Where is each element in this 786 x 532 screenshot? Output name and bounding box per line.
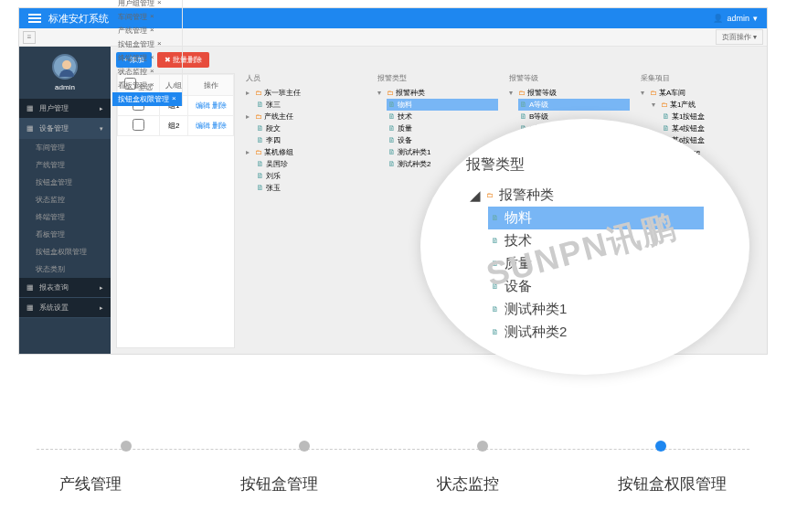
user-menu[interactable]: 👤 admin ▾ xyxy=(713,14,758,23)
tab-9[interactable]: 按钮盒权限管理× xyxy=(112,92,183,106)
tree-leaf[interactable]: 🗎李四 xyxy=(255,134,366,146)
expand-icon[interactable]: ▸ xyxy=(246,89,253,97)
expand-icon[interactable]: ▾ xyxy=(641,89,648,97)
tree-leaf[interactable]: 🗎技术 xyxy=(387,111,498,122)
tree-root[interactable]: ▾🗀报警等级 xyxy=(507,87,630,99)
nav-dot-2[interactable] xyxy=(477,441,488,452)
close-icon[interactable]: × xyxy=(150,67,154,77)
file-icon: 🗎 xyxy=(257,101,264,109)
tree-root[interactable]: ▾🗀某A车间 xyxy=(639,87,761,99)
file-icon: 🗎 xyxy=(520,112,527,121)
zoom-title: 报警类型 xyxy=(466,155,704,175)
file-icon: 🗎 xyxy=(388,148,396,156)
tree-node[interactable]: ▸🗀某机修组 xyxy=(244,146,366,158)
file-icon: 🗎 xyxy=(257,184,264,192)
folder-icon: 🗀 xyxy=(255,112,262,121)
nav-label-1[interactable]: 按钮盒管理 xyxy=(240,473,318,495)
tab-2[interactable]: 用户组管理× xyxy=(112,0,183,10)
file-icon: 🗎 xyxy=(388,112,396,121)
menu-icon: ▦ xyxy=(27,303,35,312)
file-icon: 🗎 xyxy=(257,172,264,180)
nav-dot-3[interactable] xyxy=(655,441,666,452)
nav-dot-1[interactable] xyxy=(299,441,310,452)
chevron-icon: ▾ xyxy=(100,125,103,133)
file-icon: 🗎 xyxy=(257,136,264,144)
row-checkbox[interactable] xyxy=(133,119,144,131)
zoom-item[interactable]: 🗎质量 xyxy=(488,252,704,275)
tree-title: 人员 xyxy=(244,73,366,83)
tree-leaf[interactable]: 🗎某1按钮盒 xyxy=(661,111,761,122)
zoom-item[interactable]: 🗎设备 xyxy=(488,275,704,298)
tab-3[interactable]: 车间管理× xyxy=(112,10,183,24)
sidebar-item-7[interactable]: 状态类别 xyxy=(19,261,111,278)
expand-icon[interactable]: ▸ xyxy=(246,148,253,156)
close-icon[interactable]: × xyxy=(172,94,176,104)
zoom-root[interactable]: ◢ 🗀 报警种类 xyxy=(466,184,704,207)
tree-title: 报警类型 xyxy=(376,73,498,83)
row-edit-delete[interactable]: 编辑 删除 xyxy=(196,101,227,110)
close-icon[interactable]: × xyxy=(157,39,162,49)
tree-leaf[interactable]: 🗎段文 xyxy=(255,122,366,134)
tree-leaf[interactable]: 🗎某4按钮盒 xyxy=(661,122,761,134)
tree-leaf[interactable]: 🗎设备 xyxy=(387,134,498,146)
tree-root[interactable]: ▾🗀报警种类 xyxy=(376,87,498,99)
nav-label-0[interactable]: 产线管理 xyxy=(59,473,122,495)
nav-label-3[interactable]: 按钮盒权限管理 xyxy=(618,473,727,495)
sidebar-item-6[interactable]: 按钮盒权限管理 xyxy=(19,243,111,261)
sidebar-item-1[interactable]: 产线管理 xyxy=(19,156,111,174)
sidebar-item-2[interactable]: 按钮盒管理 xyxy=(19,174,111,191)
tree-node[interactable]: ▸🗀东一班主任 xyxy=(244,87,366,99)
tree-title: 报警等级 xyxy=(507,73,630,83)
tab-7[interactable]: 状态监控× xyxy=(112,65,183,79)
sidebar-item-3[interactable]: 状态监控 xyxy=(19,191,111,208)
folder-icon: 🗀 xyxy=(518,89,526,97)
tab-6[interactable]: 终端管理× xyxy=(112,51,183,65)
zoom-item[interactable]: 🗎技术 xyxy=(488,229,704,252)
zoom-item[interactable]: 🗎物料 xyxy=(488,207,704,229)
chevron-icon: ▸ xyxy=(100,304,103,312)
tree-node[interactable]: ▸🗀产线主任 xyxy=(244,111,366,122)
close-icon[interactable]: × xyxy=(150,12,154,22)
sidebar-group-0[interactable]: ▦用户管理▸ xyxy=(19,99,111,119)
chevron-icon: ▸ xyxy=(100,105,103,112)
tree-leaf[interactable]: 🗎张玉 xyxy=(255,182,366,194)
file-icon: 🗎 xyxy=(492,305,499,314)
menu-toggle-icon[interactable] xyxy=(28,14,41,23)
tree-leaf[interactable]: 🗎吴国珍 xyxy=(255,158,366,170)
sidebar-item-5[interactable]: 看板管理 xyxy=(19,226,111,243)
tree-leaf[interactable]: 🗎物料 xyxy=(387,99,498,111)
sidebar-item-4[interactable]: 终端管理 xyxy=(19,208,111,226)
nav-dot-0[interactable] xyxy=(121,441,132,452)
sidebar-group-2[interactable]: ▦报表查询▸ xyxy=(19,278,111,298)
collapse-icon[interactable]: ≡ xyxy=(23,31,36,44)
tab-4[interactable]: 产线管理× xyxy=(112,24,183,37)
sidebar-group-1[interactable]: ▦设备管理▾ xyxy=(19,119,111,139)
expand-icon[interactable]: ▾ xyxy=(509,89,516,97)
file-icon: 🗎 xyxy=(492,328,499,336)
user-icon: 👤 xyxy=(713,14,723,23)
sidebar-item-0[interactable]: 车间管理 xyxy=(19,139,111,156)
close-icon[interactable]: × xyxy=(157,0,162,8)
zoom-item[interactable]: 🗎测试种类1 xyxy=(488,298,704,321)
folder-icon: 🗀 xyxy=(387,89,394,97)
row-edit-delete[interactable]: 编辑 删除 xyxy=(196,122,227,130)
page-ops-button[interactable]: 页面操作 ▾ xyxy=(716,29,763,45)
close-icon[interactable]: × xyxy=(150,80,154,90)
sidebar-group-3[interactable]: ▦系统设置▸ xyxy=(19,298,111,318)
menu-icon: ▦ xyxy=(27,283,35,292)
tree-node[interactable]: ▾🗀某1产线 xyxy=(650,99,761,111)
tree-leaf[interactable]: 🗎质量 xyxy=(387,122,498,134)
zoom-item[interactable]: 🗎测试种类2 xyxy=(488,321,704,344)
tab-5[interactable]: 按钮盒管理× xyxy=(112,37,183,51)
folder-icon: 🗀 xyxy=(255,89,262,97)
close-icon[interactable]: × xyxy=(150,26,154,36)
nav-label-2[interactable]: 状态监控 xyxy=(437,473,499,495)
tree-leaf[interactable]: 🗎A等级 xyxy=(518,99,630,111)
tree-leaf[interactable]: 🗎张三 xyxy=(255,99,366,111)
bottom-nav: 产线管理按钮盒管理状态监控按钮盒权限管理 xyxy=(0,441,786,532)
close-icon[interactable]: × xyxy=(150,53,154,63)
tab-8[interactable]: 看板管理× xyxy=(112,79,183,92)
expand-icon[interactable]: ▸ xyxy=(246,112,253,121)
tree-leaf[interactable]: 🗎刘乐 xyxy=(255,170,366,182)
expand-icon[interactable]: ▾ xyxy=(377,89,385,97)
